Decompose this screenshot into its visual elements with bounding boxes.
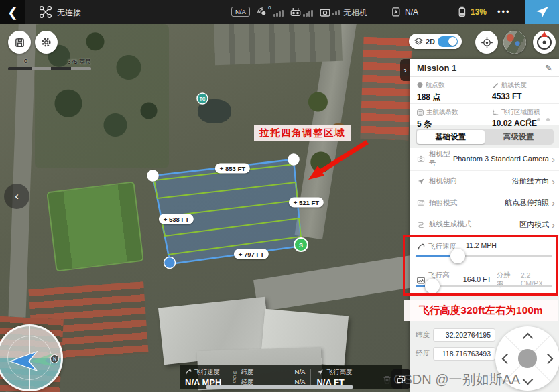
plane-icon <box>535 5 550 19</box>
area-ruler-icon <box>492 109 499 116</box>
edge-length-label-right: + 521 FT <box>289 198 324 208</box>
camera-icon <box>417 155 425 163</box>
compass-reset-button[interactable] <box>533 31 556 54</box>
map-layers-button[interactable] <box>391 369 411 389</box>
edge-length-label-top: + 853 FT <box>215 164 250 174</box>
speed-icon <box>185 369 192 375</box>
speed-value: 11.2 MPH <box>462 241 501 251</box>
flight-parameters: 飞行速度 11.2 MPH 飞行高度 164.0 FT 分辨率 2.2 CM/P… <box>410 236 559 296</box>
annotation-banner: 拉托四角调整区域 <box>254 125 351 141</box>
map-feature-sports-field <box>46 181 144 271</box>
edge-length-label-left: + 538 FT <box>159 214 194 224</box>
setting-route-mode[interactable]: 航线生成模式 区内模式 › <box>410 214 559 236</box>
switch-knob <box>448 37 457 46</box>
save-icon <box>14 37 25 48</box>
edge-length-label-bottom: + 797 FT <box>234 249 269 259</box>
app-root: S TC + 853 FT + 521 FT + 538 FT + 797 FT… <box>0 0 559 392</box>
gear-icon <box>40 36 52 48</box>
latitude-input[interactable]: 32.202764195 <box>433 328 495 342</box>
rc-battery-value: N/A <box>405 7 418 17</box>
setting-photo-mode[interactable]: 拍照模式 航点悬停拍照 › <box>410 192 559 214</box>
chevron-right-icon: › <box>552 176 555 186</box>
mission-header: Mission 1 ✎ <box>410 59 559 77</box>
telemetry-position: WGS 纬度 N/A 经度 N/A <box>227 368 310 387</box>
nudge-center-button[interactable] <box>518 349 537 368</box>
map-feature-buildings <box>360 37 412 140</box>
status-bar: ❮ 无连接 N/A 0 无相机 <box>0 0 559 24</box>
wgs-label: WGS <box>233 371 238 384</box>
gps-count: 0 <box>268 5 271 11</box>
stat-main-lines: 主航线条数 5 条 <box>410 103 485 130</box>
altitude-value: 164.0 FT <box>458 275 497 285</box>
speed-slider-thumb[interactable] <box>450 249 465 263</box>
stats-pager-dots[interactable] <box>527 118 550 121</box>
locate-me-button[interactable] <box>475 31 498 54</box>
nudge-down-button[interactable] <box>523 375 534 385</box>
mission-settings-button[interactable] <box>35 31 58 54</box>
takeoff-button[interactable] <box>525 0 559 24</box>
rc-battery-icon <box>391 6 402 17</box>
speed-label: 飞行速度 <box>428 242 456 251</box>
map-mode-label: 2D <box>426 38 435 46</box>
longitude-input[interactable]: 118.716763493 <box>433 347 495 361</box>
lines-icon <box>417 109 424 116</box>
camera-status: 无相机 <box>343 7 367 19</box>
speed-icon <box>417 243 425 251</box>
back-button[interactable]: ❮ <box>0 0 25 24</box>
gps-signal-bars <box>273 10 284 17</box>
layers-stack-icon <box>396 375 406 384</box>
photo-icon <box>417 199 425 206</box>
annotation-note: 飞行高度320ft左右为100m <box>404 300 558 321</box>
scale-end-label: 375 英尺 <box>67 58 91 66</box>
chevron-right-icon: › <box>552 220 555 230</box>
home-indicator[interactable] <box>206 385 353 389</box>
minimap-preview-button[interactable] <box>503 31 526 54</box>
edit-mission-icon[interactable]: ✎ <box>545 63 552 73</box>
remote-controller-icon <box>290 6 302 18</box>
map-feature-buildings <box>214 24 343 65</box>
mode-2d-switch[interactable] <box>438 36 458 47</box>
telemetry-speed: 飞行速度 N/A MPH <box>180 368 227 387</box>
altitude-slider-thumb[interactable] <box>425 279 440 293</box>
tab-basic-settings[interactable]: 基础设置 <box>417 130 485 144</box>
longitude-row: 经度 118.716763493 <box>416 347 495 361</box>
ruler-icon <box>492 82 499 89</box>
map-back-button[interactable]: ‹ <box>4 184 29 209</box>
map-mode-toggle[interactable]: 2D <box>409 34 462 49</box>
speed-slider-track[interactable] <box>416 255 552 257</box>
heading-icon <box>417 178 425 185</box>
telemetry-altitude: 飞行高度 N/A FT <box>311 368 357 387</box>
waypoint-icon <box>417 82 423 89</box>
scale-bar-segments <box>8 67 91 70</box>
stat-route-length: 航线长度 4533 FT <box>485 77 559 103</box>
panel-collapse-handle[interactable]: › <box>400 59 410 81</box>
battery-icon <box>456 5 468 18</box>
serpentine-route-icon <box>417 221 425 228</box>
altitude-icon <box>417 277 425 284</box>
setting-camera-heading[interactable]: 相机朝向 沿航线方向 › <box>410 170 559 192</box>
stat-area: 飞行区域面积 10.02 ACRE <box>485 103 559 130</box>
telemetry-lat-value: N/A <box>295 368 306 377</box>
crosshair-icon <box>481 36 493 49</box>
chevron-left-icon: ‹ <box>15 190 19 203</box>
nudge-up-button[interactable] <box>523 333 534 344</box>
battery-percent: 13% <box>471 7 487 17</box>
scale-start-label: 0 <box>24 58 27 66</box>
latitude-label: 纬度 <box>416 330 433 340</box>
setting-camera-model[interactable]: 相机型号 Phantom 3 Standard Camera › <box>410 148 559 170</box>
nudge-left-button[interactable] <box>502 354 513 365</box>
latitude-row: 纬度 32.202764195 <box>416 328 495 342</box>
nudge-dpad <box>495 326 559 391</box>
longitude-label: 经度 <box>416 349 433 358</box>
settings-tabs: 基础设置 高级设置 <box>416 129 554 145</box>
minimap-thumbnail <box>503 31 526 54</box>
rc-signal-bars <box>303 10 313 17</box>
altitude-plane-icon <box>316 369 324 375</box>
camera-signal-bars <box>332 10 340 15</box>
more-menu-button[interactable]: ••• <box>497 7 511 17</box>
nudge-right-button[interactable] <box>543 354 554 365</box>
map-feature-pond <box>198 99 231 123</box>
tab-advanced-settings[interactable]: 高级设置 <box>485 130 553 144</box>
save-mission-button[interactable] <box>8 31 31 54</box>
chevron-right-icon: › <box>552 154 555 164</box>
